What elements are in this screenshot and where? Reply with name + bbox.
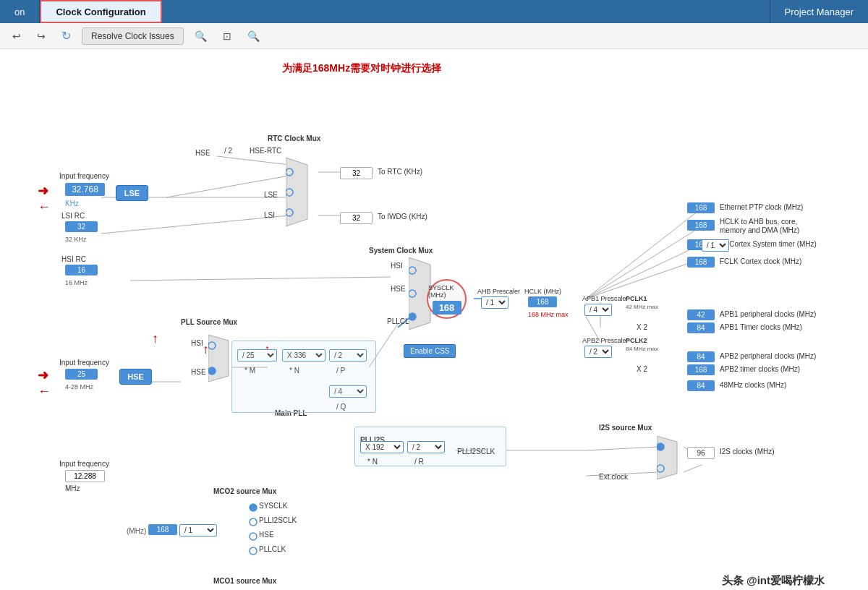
svg-point-43 (250, 518, 257, 526)
plli2s-r-dropdown[interactable]: / 2 (407, 441, 445, 453)
enable-css-button[interactable]: Enable CSS (404, 344, 456, 358)
clk48-label: 48MHz clocks (MHz) (720, 380, 786, 389)
svg-line-4 (217, 156, 289, 165)
zoom-in-button[interactable]: 🔍 (190, 27, 212, 45)
tab-left[interactable]: on (0, 0, 40, 23)
svg-line-24 (586, 447, 658, 450)
tab-clock-config[interactable]: Clock Configuration (40, 0, 161, 23)
tab-bar: on Clock Configuration Project Manager (0, 0, 868, 23)
tab-project-manager[interactable]: Project Manager (770, 0, 868, 23)
apb1-periph-box[interactable]: 42 (687, 309, 715, 320)
i2s-clocks-box[interactable]: 96 (687, 447, 715, 459)
redo-button[interactable]: ↪ (32, 27, 51, 45)
apb1-timer-label: APB1 Timer clocks (MHz) (720, 322, 802, 331)
input-freq-hse-label: Input frequency (59, 359, 109, 367)
tab-clock-label: Clock Configuration (56, 7, 145, 17)
svg-line-3 (101, 215, 289, 234)
mco2-plli2s-label: PLLI2SCLK (259, 516, 297, 524)
pclk2-label: PCLK2 (626, 337, 647, 344)
apb2-timer-box[interactable]: 168 (687, 364, 715, 375)
hse-unit-label: 4-28 MHz (65, 383, 93, 390)
apb1-prescaler-select[interactable]: / 4 (584, 304, 612, 316)
plli2s-r-select[interactable]: / 2 (407, 441, 445, 453)
apb1-timer-box[interactable]: 84 (687, 322, 715, 333)
undo-button[interactable]: ↩ (7, 27, 26, 45)
mco2-div-select[interactable]: / 1 (179, 524, 217, 536)
apb2-timer-mult: X 2 (637, 364, 647, 373)
mco2-pllclk-label: PLLCLK (259, 544, 286, 553)
plli2s-n-dropdown[interactable]: X 192 (360, 441, 404, 453)
lsi-freq-box[interactable]: 32 (65, 221, 98, 232)
cortex-div-dropdown[interactable]: / 1 (702, 239, 729, 252)
to-rtc-label: To RTC (KHz) (378, 167, 422, 176)
svg-point-35 (409, 313, 416, 320)
input-freq-lse-label: Input frequency (59, 172, 109, 180)
plli2s-n-select[interactable]: X 192 (360, 441, 404, 453)
hclk-max-label: 168 MHz max (528, 311, 569, 318)
annotation-text: 为满足168MHz需要对时钟进行选择 (282, 62, 441, 74)
svg-point-42 (250, 504, 257, 511)
pclk1-max-label: 42 MHz max (626, 304, 658, 310)
input-freq-bottom-box[interactable]: 12.288 (65, 470, 105, 482)
apb1-prescaler-dropdown[interactable]: / 4 (584, 304, 612, 316)
apb2-timer-label: APB2 timer clocks (MHz) (720, 364, 800, 373)
sysclk-circle: SYSCLK (MHz) 168 (427, 279, 467, 319)
watermark: 头条 @int爱喝柠檬水 (722, 574, 825, 588)
hclk-ahb-label: HCLK to AHB bus, core, (720, 217, 797, 226)
hse-div2-box: / 2 (224, 146, 232, 155)
mco2-source-label: MCO2 source Mux (213, 487, 276, 495)
hclk-box[interactable]: 168 (528, 296, 557, 307)
sys-hse-label: HSE (391, 284, 406, 293)
i2s-source-mux-label: I2S source Mux (599, 424, 652, 432)
hsi-freq-box[interactable]: 16 (65, 265, 98, 275)
arrow-lse-1: ➜ (38, 183, 48, 199)
ethernet-ptp-label: Ethernet PTP clock (MHz) (720, 202, 803, 211)
annotation-title: 为满足168MHz需要对时钟进行选择 (282, 62, 441, 75)
fclk-box[interactable]: 168 (687, 257, 715, 268)
svg-point-44 (250, 533, 257, 540)
fclk-label: FCLK Cortex clock (MHz) (720, 257, 801, 265)
hclk-ahb-label2: memory and DMA (MHz) (720, 226, 799, 234)
hse-block[interactable]: HSE (119, 369, 152, 385)
hse-freq-box[interactable]: 25 (65, 369, 98, 380)
arrow-lse-2: ← (38, 200, 51, 215)
ethernet-ptp-box[interactable]: 168 (687, 202, 715, 213)
ahb-prescaler-select[interactable]: / 1 (481, 296, 509, 309)
mco2-sysclk-label: SYSCLK (259, 501, 287, 510)
input-freq-bottom-label: Input frequency (59, 460, 109, 468)
pll-hsi-label: HSI (191, 338, 203, 347)
mco2-div-dropdown[interactable]: / 1 (179, 524, 217, 536)
hclk-label: HCLK (MHz) (524, 288, 561, 295)
arrow-hse-1: ➜ (38, 367, 48, 383)
hclk-ahb-box[interactable]: 168 (687, 220, 715, 231)
rtc-lsi-label: LSI (264, 210, 275, 219)
lsi-rc-label: LSI RC (61, 212, 85, 220)
apb2-prescaler-select[interactable]: / 2 (584, 346, 612, 358)
clk48-box[interactable]: 84 (687, 380, 715, 391)
to-rtc-box[interactable]: 32 (340, 167, 373, 179)
cortex-div-select[interactable]: / 1 (702, 239, 729, 252)
lse-freq-box[interactable]: 32.768 (65, 183, 105, 196)
apb2-periph-box[interactable]: 84 (687, 351, 715, 362)
svg-point-40 (657, 443, 664, 450)
main-pll-box (231, 341, 376, 413)
toolbar: ↩ ↪ ↻ Resolve Clock Issues 🔍 ⊡ 🔍 (0, 23, 868, 49)
i2s-mux-svg (657, 436, 686, 479)
plli2s-r-label: / R (414, 457, 424, 466)
apb2-prescaler-dropdown[interactable]: / 2 (584, 346, 612, 358)
lse-block[interactable]: LSE (116, 185, 148, 201)
to-iwdg-box[interactable]: 32 (340, 212, 373, 224)
refresh-button[interactable]: ↻ (56, 26, 76, 46)
ext-clock-label: Ext.clock (599, 472, 628, 481)
zoom-out-button[interactable]: 🔍 (242, 27, 265, 45)
mco2-box[interactable]: 168 (148, 524, 177, 535)
fit-button[interactable]: ⊡ (218, 27, 237, 45)
ahb-prescaler-dropdown[interactable]: / 1 (481, 296, 509, 309)
arrow-hse-2: ← (38, 384, 51, 399)
svg-line-15 (586, 226, 702, 299)
resolve-clock-issues-button[interactable]: Resolve Clock Issues (82, 27, 184, 45)
svg-line-14 (586, 208, 702, 299)
hsi-unit-label: 16 MHz (65, 279, 88, 286)
plli2s-n-label: * N (367, 457, 378, 466)
main-content: 为满足168MHz需要对时钟进行选择 Input frequency 32.76… (0, 49, 868, 590)
